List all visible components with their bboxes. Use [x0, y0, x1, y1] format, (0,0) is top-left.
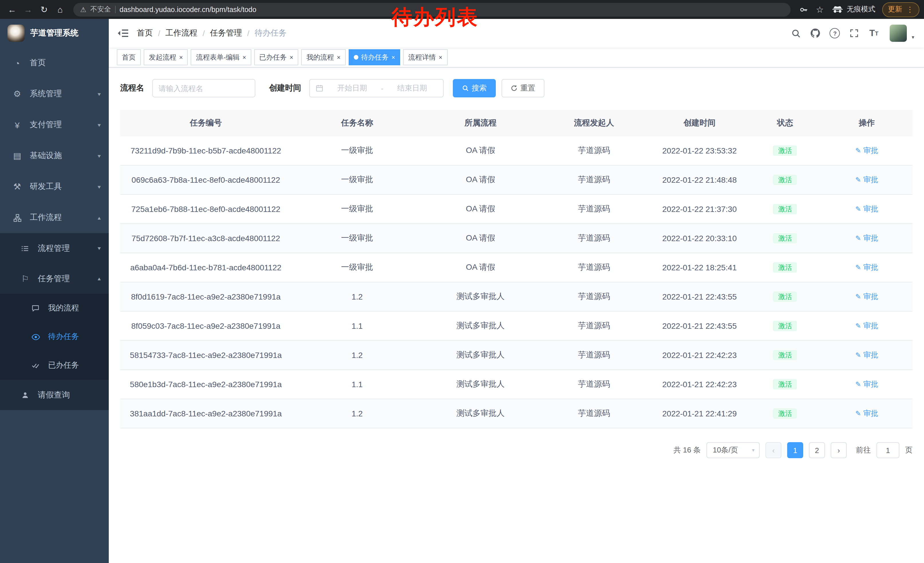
home-icon[interactable]: ⌂: [52, 2, 68, 17]
tab-home[interactable]: 首页: [117, 49, 141, 65]
sidebar-item-task-mgmt[interactable]: ⚐ 任务管理 ▴: [0, 263, 109, 294]
breadcrumb-task-mgmt[interactable]: 任务管理: [210, 28, 242, 38]
cell-task-id: 725a1eb6-7b88-11ec-8ef0-acde48001122: [120, 194, 291, 224]
app-shell: 芋道管理系统 ◔ 首页 ⚙ 系统管理 ▾ ¥ 支付管理 ▾ ▤: [0, 19, 924, 563]
close-icon[interactable]: ×: [337, 54, 340, 60]
tab-process-detail[interactable]: 流程详情×: [403, 49, 447, 65]
total-count: 共 16 条: [674, 445, 701, 455]
url-text: dashboard.yudao.iocoder.cn/bpm/task/todo: [120, 6, 256, 14]
sidebar-item-system[interactable]: ⚙ 系统管理 ▾: [0, 78, 109, 110]
edit-icon: ✎: [855, 263, 861, 272]
cell-starter: 芋道源码: [538, 341, 650, 370]
bookmark-star-icon[interactable]: ☆: [812, 2, 827, 17]
incognito-icon: [832, 6, 843, 13]
process-name-input[interactable]: [152, 79, 255, 98]
approve-link[interactable]: ✎审批: [855, 321, 878, 331]
cell-process: 测试多审批人: [423, 311, 538, 341]
sidebar-item-done-tasks[interactable]: 已办任务: [0, 351, 109, 380]
chevron-up-icon: ▴: [98, 215, 101, 221]
close-icon[interactable]: ×: [290, 54, 293, 60]
fullscreen-icon[interactable]: [846, 25, 862, 41]
search-icon[interactable]: [788, 25, 804, 41]
page-button-2[interactable]: 2: [809, 442, 825, 458]
breadcrumb-separator: /: [248, 29, 250, 38]
reload-icon[interactable]: ↻: [37, 2, 51, 17]
sidebar-item-todo-tasks[interactable]: 待办任务: [0, 323, 109, 351]
cell-process: OA 请假: [423, 224, 538, 253]
reset-button[interactable]: 重置: [501, 79, 544, 98]
menu-label: 工作流程: [30, 213, 62, 223]
main-area: 首页 / 工作流程 / 任务管理 / 待办任务 ?: [109, 19, 924, 563]
tab-todo-tasks[interactable]: 待办任务×: [349, 49, 400, 65]
approve-link[interactable]: ✎审批: [855, 408, 878, 419]
help-icon[interactable]: ?: [827, 25, 843, 41]
browser-menu-icon[interactable]: ⋮: [906, 5, 914, 14]
menu-label: 请假查询: [38, 390, 70, 400]
dashboard-icon: ◔: [12, 58, 23, 68]
approve-link[interactable]: ✎审批: [855, 350, 878, 360]
start-date-placeholder: 开始日期: [327, 83, 378, 93]
cell-action: ✎审批: [821, 282, 912, 311]
avatar-caret-icon[interactable]: ▾: [912, 35, 914, 40]
breadcrumb: 首页 / 工作流程 / 任务管理 / 待办任务: [137, 28, 286, 38]
table-row: 8f0d1619-7ac8-11ec-a9e2-a2380e71991a 1.2…: [120, 282, 912, 311]
search-button[interactable]: 搜索: [453, 79, 496, 98]
sidebar-item-devtools[interactable]: ⚒ 研发工具 ▾: [0, 171, 109, 202]
status-badge: 激活: [773, 291, 797, 302]
github-icon[interactable]: [807, 25, 824, 41]
close-icon[interactable]: ×: [392, 54, 395, 60]
cell-starter: 芋道源码: [538, 311, 650, 341]
menu-label: 研发工具: [30, 182, 62, 192]
cell-process: 测试多审批人: [423, 341, 538, 370]
page-button-1[interactable]: 1: [787, 442, 803, 458]
approve-link[interactable]: ✎审批: [855, 204, 878, 214]
sidebar-item-process-mgmt[interactable]: 流程管理 ▾: [0, 233, 109, 263]
font-size-icon[interactable]: TT: [866, 25, 882, 41]
approve-link[interactable]: ✎审批: [855, 146, 878, 156]
sidebar-item-payment[interactable]: ¥ 支付管理 ▾: [0, 110, 109, 140]
forward-icon[interactable]: →: [21, 2, 36, 17]
sidebar-item-infra[interactable]: ▤ 基础设施 ▾: [0, 140, 109, 171]
approve-link[interactable]: ✎审批: [855, 233, 878, 243]
tab-done-tasks[interactable]: 已办任务×: [254, 49, 298, 65]
approve-link[interactable]: ✎审批: [855, 379, 878, 389]
goto-page-input[interactable]: [876, 442, 899, 458]
prev-page-button[interactable]: ‹: [765, 442, 782, 458]
close-icon[interactable]: ×: [438, 54, 442, 60]
chevron-down-icon: ▾: [98, 245, 101, 251]
cell-status: 激活: [749, 253, 821, 282]
tab-my-process[interactable]: 我的流程×: [302, 49, 346, 65]
cell-starter: 芋道源码: [538, 399, 650, 428]
sidebar-fold-icon[interactable]: [117, 28, 129, 38]
next-page-button[interactable]: ›: [831, 442, 847, 458]
tab-start-process[interactable]: 发起流程×: [144, 49, 188, 65]
sidebar-item-home[interactable]: ◔ 首页: [0, 48, 109, 78]
sidebar-item-my-process[interactable]: 我的流程: [0, 294, 109, 323]
eye-icon: [30, 332, 41, 341]
back-icon[interactable]: ←: [4, 2, 20, 17]
sidebar-item-leave-query[interactable]: 请假查询: [0, 380, 109, 410]
approve-link[interactable]: ✎审批: [855, 291, 878, 302]
status-badge: 激活: [773, 204, 797, 214]
cell-status: 激活: [749, 224, 821, 253]
close-icon[interactable]: ×: [243, 54, 246, 60]
cell-action: ✎审批: [821, 399, 912, 428]
workflow-icon: [12, 213, 23, 222]
cell-task-name: 1.1: [291, 311, 423, 341]
date-range-picker[interactable]: 开始日期 - 结束日期: [309, 79, 444, 98]
approve-link[interactable]: ✎审批: [855, 262, 878, 273]
page-size-select[interactable]: 10条/页 ▾: [706, 442, 760, 458]
close-icon[interactable]: ×: [179, 54, 183, 60]
cell-created: 2022-01-22 21:37:30: [650, 194, 749, 224]
app-logo-area[interactable]: 芋道管理系统: [0, 19, 109, 48]
update-button[interactable]: 更新 ⋮: [882, 2, 920, 17]
breadcrumb-home[interactable]: 首页: [137, 28, 153, 38]
avatar[interactable]: [890, 25, 907, 42]
password-key-icon[interactable]: [796, 2, 811, 17]
approve-link[interactable]: ✎审批: [855, 175, 878, 185]
breadcrumb-workflow[interactable]: 工作流程: [165, 28, 198, 38]
tab-form-edit[interactable]: 流程表单-编辑×: [191, 49, 251, 65]
address-bar[interactable]: ⚠ 不安全 dashboard.yudao.iocoder.cn/bpm/tas…: [73, 3, 790, 17]
sidebar-item-workflow[interactable]: 工作流程 ▴: [0, 202, 109, 233]
edit-icon: ✎: [855, 234, 861, 242]
